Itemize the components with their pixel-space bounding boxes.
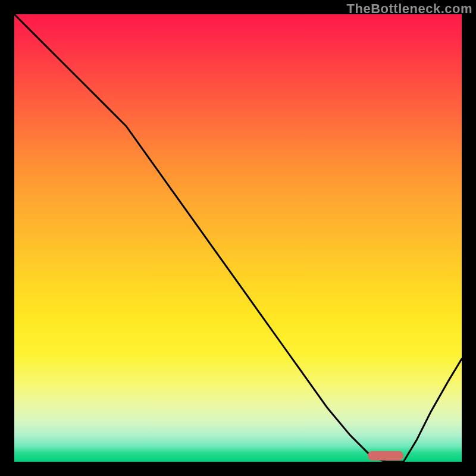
chart-container: TheBottleneck.com xyxy=(0,0,476,476)
bottleneck-curve xyxy=(14,14,462,462)
optimum-marker xyxy=(368,451,403,461)
plot-area xyxy=(14,14,462,462)
watermark-text: TheBottleneck.com xyxy=(347,1,472,17)
